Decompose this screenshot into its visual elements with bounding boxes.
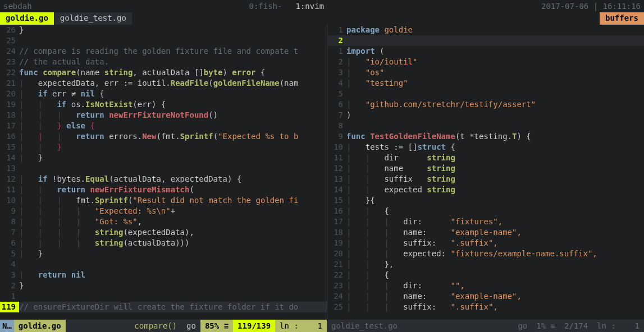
- status-percent: 85% ≡: [200, 320, 233, 332]
- buffer-tabline: goldie.go goldie_test.go buffers: [0, 12, 644, 25]
- tmux-status-bar: sebdah 0:fish- 1:nvim 2017-07-06 | 16:11…: [0, 0, 644, 12]
- status-filetype-right: go: [513, 320, 532, 332]
- status-filename-right: goldie_test.go: [327, 320, 402, 332]
- status-percent-right: 1% ≡: [532, 320, 560, 332]
- tmux-window-0[interactable]: 0:fish-: [249, 2, 282, 11]
- tmux-time: 16:11:16: [603, 2, 641, 11]
- tmux-window-1[interactable]: 1:nvim: [295, 2, 324, 11]
- mode-indicator: N…: [0, 320, 14, 332]
- tmux-date: 2017-07-06: [541, 2, 588, 11]
- status-position: 119/139: [233, 320, 275, 332]
- statusline-right: goldie_test.go go 1% ≡ 2/174 ln : 1: [327, 320, 644, 332]
- status-position-right: 2/174: [560, 320, 592, 332]
- buffers-label[interactable]: buffers: [600, 12, 644, 25]
- status-filetype: go: [186, 320, 196, 332]
- statusline-left: N… goldie.go compare() go 85% ≡ 119/139 …: [0, 320, 327, 332]
- tmux-session-name: sebdah: [3, 2, 32, 11]
- status-func: compare(): [134, 320, 177, 332]
- editor-pane-right[interactable]: 1package goldie21import (2| "io/ioutil"3…: [327, 25, 644, 320]
- tab-goldie-test[interactable]: goldie_test.go: [54, 12, 133, 25]
- status-filename: goldie.go: [14, 320, 66, 332]
- editor-pane-left[interactable]: 26}2524// compare is reading the golden …: [0, 25, 327, 320]
- tab-goldie[interactable]: goldie.go: [0, 12, 54, 25]
